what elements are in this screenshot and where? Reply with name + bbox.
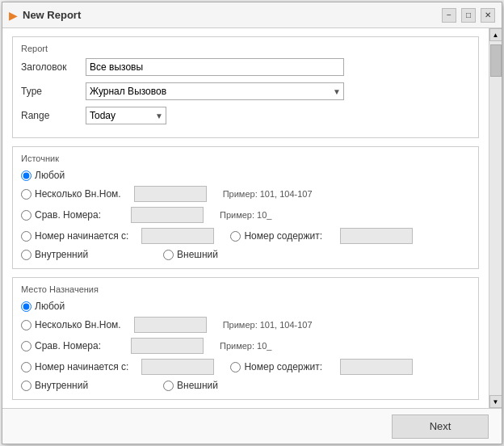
source-external-item[interactable]: Внешний — [163, 249, 260, 260]
source-section-title: Источник — [21, 154, 470, 163]
type-label: Type — [21, 86, 86, 97]
dest-multiple-item[interactable]: Несколько Вн.Ном. — [21, 319, 121, 330]
dest-any-item[interactable]: Любой — [21, 301, 118, 312]
source-radio-group: Любой Несколько Вн.Ном. Пример: 101, 104… — [21, 168, 470, 262]
destination-section: Место Назначения Любой Несколько Вн.Ном. — [12, 277, 479, 400]
dest-compare-item[interactable]: Срав. Номера: — [21, 340, 118, 351]
source-starts-radio[interactable] — [21, 231, 32, 242]
window-controls: − □ ✕ — [442, 8, 495, 23]
source-starts-input[interactable] — [141, 228, 214, 244]
dest-compare-row: Срав. Номера: Пример: 10_ — [21, 338, 470, 354]
source-external-radio[interactable] — [163, 250, 174, 260]
source-compare-hint: Пример: 10_ — [220, 210, 271, 220]
range-select[interactable]: Today — [86, 107, 166, 124]
header-input[interactable] — [86, 58, 344, 76]
next-button[interactable]: Next — [392, 414, 489, 439]
source-contains-input[interactable] — [340, 228, 413, 244]
destination-section-title: Место Назначения — [21, 284, 470, 294]
main-content: Report Заголовок Type Журнал Вызовов ▼ — [2, 28, 489, 408]
dest-any-radio[interactable] — [21, 301, 32, 312]
window-title: New Report — [23, 9, 442, 21]
dest-internal-item[interactable]: Внутренний — [21, 380, 118, 391]
range-select-wrapper: Today ▼ — [86, 107, 166, 124]
dest-multiple-row: Несколько Вн.Ном. Пример: 101, 104-107 — [21, 317, 470, 333]
dest-any-row: Любой — [21, 301, 470, 312]
source-multiple-label: Несколько Вн.Ном. — [35, 188, 121, 200]
source-compare-label: Срав. Номера: — [35, 209, 101, 221]
range-row: Range Today ▼ — [21, 107, 470, 124]
source-any-label: Любой — [35, 170, 65, 181]
source-contains-radio[interactable] — [230, 231, 241, 242]
dest-multiple-radio[interactable] — [21, 320, 32, 330]
destination-radio-group: Любой Несколько Вн.Ном. Пример: 101, 104… — [21, 299, 470, 393]
dest-contains-item[interactable]: Номер содержит: — [230, 361, 327, 372]
source-external-label: Внешний — [177, 249, 218, 260]
maximize-button[interactable]: □ — [461, 8, 476, 23]
source-starts-row: Номер начинается с: Номер содержит: — [21, 228, 470, 244]
scroll-thumb[interactable] — [490, 44, 502, 77]
dest-contains-label: Номер содержит: — [244, 361, 322, 372]
dest-multiple-input[interactable] — [134, 317, 207, 333]
content-area: Report Заголовок Type Журнал Вызовов ▼ — [2, 28, 502, 408]
main-window: ▶ New Report − □ ✕ Report Заголовок Type — [2, 2, 502, 444]
dest-compare-input[interactable] — [131, 338, 204, 354]
footer: Next — [2, 408, 502, 444]
range-label: Range — [21, 110, 86, 121]
scrollbar: ▲ ▼ — [489, 28, 502, 408]
source-starts-label: Номер начинается с: — [35, 230, 128, 242]
source-multiple-row: Несколько Вн.Ном. Пример: 101, 104-107 — [21, 186, 470, 202]
type-row: Type Журнал Вызовов ▼ — [21, 82, 470, 100]
source-starts-item[interactable]: Номер начинается с: — [21, 230, 128, 242]
source-internal-label: Внутренний — [35, 249, 88, 260]
minimize-button[interactable]: − — [442, 8, 456, 23]
source-section: Источник Любой Несколько Вн.Ном. — [12, 146, 479, 269]
source-contains-label: Номер содержит: — [244, 230, 322, 242]
dest-external-label: Внешний — [177, 380, 218, 391]
source-internal-row: Внутренний Внешний — [21, 249, 470, 260]
dest-compare-hint: Пример: 10_ — [220, 341, 271, 351]
dest-external-radio[interactable] — [163, 381, 174, 391]
title-bar: ▶ New Report − □ ✕ — [2, 2, 502, 28]
source-any-row: Любой — [21, 170, 470, 181]
source-multiple-input[interactable] — [134, 186, 207, 202]
dest-starts-label: Номер начинается с: — [35, 361, 128, 372]
dest-contains-radio[interactable] — [230, 362, 241, 372]
report-section: Report Заголовок Type Журнал Вызовов ▼ — [12, 36, 479, 138]
dest-internal-row: Внутренний Внешний — [21, 380, 470, 391]
close-button[interactable]: ✕ — [481, 8, 495, 23]
dest-internal-label: Внутренний — [35, 380, 88, 391]
type-select[interactable]: Журнал Вызовов — [86, 82, 344, 100]
dest-any-label: Любой — [35, 301, 65, 312]
source-multiple-radio[interactable] — [21, 189, 32, 200]
header-label: Заголовок — [21, 61, 86, 73]
window-icon: ▶ — [9, 9, 18, 22]
source-compare-item[interactable]: Срав. Номера: — [21, 209, 118, 221]
source-multiple-hint: Пример: 101, 104-107 — [223, 189, 313, 199]
scroll-down-button[interactable]: ▼ — [489, 395, 502, 408]
dest-external-item[interactable]: Внешний — [163, 380, 260, 391]
source-multiple-item[interactable]: Несколько Вн.Ном. — [21, 188, 121, 200]
report-section-title: Report — [21, 44, 470, 53]
dest-starts-input[interactable] — [141, 359, 214, 375]
source-compare-input[interactable] — [131, 207, 204, 223]
dest-multiple-label: Несколько Вн.Ном. — [35, 319, 121, 330]
source-internal-item[interactable]: Внутренний — [21, 249, 118, 260]
dest-multiple-hint: Пример: 101, 104-107 — [223, 320, 313, 330]
source-any-item[interactable]: Любой — [21, 170, 118, 181]
source-internal-radio[interactable] — [21, 250, 32, 260]
header-row: Заголовок — [21, 58, 470, 76]
scroll-track[interactable] — [489, 41, 502, 395]
dest-contains-input[interactable] — [340, 359, 413, 375]
scroll-up-button[interactable]: ▲ — [489, 28, 502, 41]
source-any-radio[interactable] — [21, 170, 32, 181]
type-select-wrapper: Журнал Вызовов ▼ — [86, 82, 344, 100]
source-contains-item[interactable]: Номер содержит: — [230, 230, 327, 242]
dest-internal-radio[interactable] — [21, 381, 32, 391]
dest-compare-radio[interactable] — [21, 341, 32, 351]
dest-starts-row: Номер начинается с: Номер содержит: — [21, 359, 470, 375]
source-compare-radio[interactable] — [21, 210, 32, 221]
source-compare-row: Срав. Номера: Пример: 10_ — [21, 207, 470, 223]
dest-starts-radio[interactable] — [21, 362, 32, 372]
dest-starts-item[interactable]: Номер начинается с: — [21, 361, 128, 372]
dest-compare-label: Срав. Номера: — [35, 340, 101, 351]
